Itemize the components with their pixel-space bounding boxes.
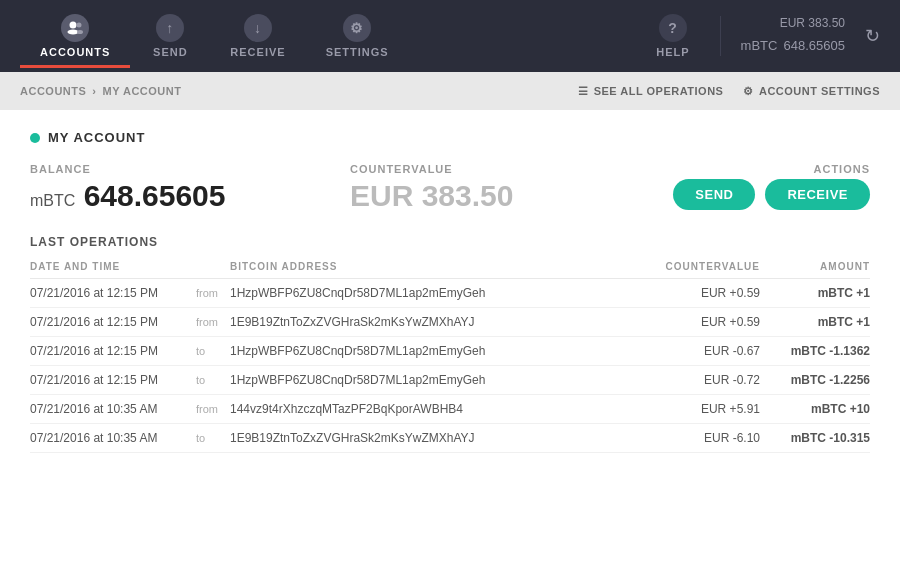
- balance-amount: 648.65605: [84, 179, 226, 212]
- nav-send[interactable]: ↑ SEND: [130, 4, 210, 68]
- send-button[interactable]: SEND: [673, 179, 755, 210]
- cell-amount: mBTC +1: [760, 279, 870, 308]
- account-settings-button[interactable]: ⚙ ACCOUNT SETTINGS: [743, 85, 880, 98]
- nav-accounts[interactable]: ACCOUNTS: [20, 4, 130, 68]
- action-buttons: SEND RECEIVE: [673, 179, 870, 210]
- col-header-direction: [190, 261, 230, 279]
- receive-button[interactable]: RECEIVE: [765, 179, 870, 210]
- nav-settings[interactable]: ⚙ SETTINGS: [306, 4, 409, 68]
- actions-label: ACTIONS: [814, 163, 871, 175]
- table-row: 07/21/2016 at 10:35 AMto1E9B19ZtnToZxZVG…: [30, 424, 870, 453]
- cell-countervalue: EUR -6.10: [640, 424, 760, 453]
- table-row: 07/21/2016 at 12:15 PMto1HzpWBFP6ZU8CnqD…: [30, 337, 870, 366]
- cell-address: 1HzpWBFP6ZU8CnqDr58D7ML1ap2mEmyGeh: [230, 337, 640, 366]
- nav-receive[interactable]: ↓ RECEIVE: [210, 4, 305, 68]
- col-header-datetime: DATE AND TIME: [30, 261, 190, 279]
- settings-icon: ⚙: [343, 14, 371, 42]
- cell-direction: from: [190, 308, 230, 337]
- breadcrumb-separator: ›: [92, 85, 96, 97]
- cell-direction: to: [190, 337, 230, 366]
- cell-countervalue: EUR +0.59: [640, 308, 760, 337]
- countervalue-value: EUR 383.50: [350, 179, 580, 213]
- cell-amount: mBTC -1.2256: [760, 366, 870, 395]
- actions-block: ACTIONS SEND RECEIVE: [673, 163, 870, 210]
- table-row: 07/21/2016 at 10:35 AMfrom144vz9t4rXhzcz…: [30, 395, 870, 424]
- svg-point-2: [77, 23, 82, 28]
- refresh-button[interactable]: ↻: [865, 25, 880, 47]
- breadcrumb-bar: ACCOUNTS › MY ACCOUNT ☰ SEE ALL OPERATIO…: [0, 72, 900, 110]
- table-row: 07/21/2016 at 12:15 PMto1HzpWBFP6ZU8CnqD…: [30, 366, 870, 395]
- col-header-countervalue: COUNTERVALUE: [640, 261, 760, 279]
- cell-countervalue: EUR +0.59: [640, 279, 760, 308]
- nav-help-label: HELP: [656, 46, 689, 58]
- list-icon: ☰: [578, 85, 589, 98]
- breadcrumb-root[interactable]: ACCOUNTS: [20, 85, 86, 97]
- cell-datetime: 07/21/2016 at 12:15 PM: [30, 308, 190, 337]
- nav-receive-label: RECEIVE: [230, 46, 285, 58]
- account-title-row: MY ACCOUNT: [30, 130, 870, 145]
- gear-icon: ⚙: [743, 85, 754, 98]
- top-navigation: ACCOUNTS ↑ SEND ↓ RECEIVE ⚙ SETTINGS ? H…: [0, 0, 900, 72]
- cell-direction: from: [190, 395, 230, 424]
- balance-value: mBTC 648.65605: [30, 179, 330, 213]
- main-content: MY ACCOUNT BALANCE mBTC 648.65605 COUNTE…: [0, 110, 900, 576]
- col-header-amount: AMOUNT: [760, 261, 870, 279]
- cell-countervalue: EUR -0.72: [640, 366, 760, 395]
- cell-amount: mBTC +1: [760, 308, 870, 337]
- nav-settings-label: SETTINGS: [326, 46, 389, 58]
- cell-address: 1HzpWBFP6ZU8CnqDr58D7ML1ap2mEmyGeh: [230, 279, 640, 308]
- countervalue-block: COUNTERVALUE EUR 383.50: [330, 163, 580, 213]
- cell-address: 1E9B19ZtnToZxZVGHraSk2mKsYwZMXhAYJ: [230, 308, 640, 337]
- cell-datetime: 07/21/2016 at 12:15 PM: [30, 366, 190, 395]
- nav-help[interactable]: ? HELP: [636, 4, 709, 68]
- accounts-icon: [61, 14, 89, 42]
- nav-balance: EUR 383.50 mBTC 648.65605: [720, 16, 855, 56]
- operations-table: DATE AND TIME BITCOIN ADDRESS COUNTERVAL…: [30, 261, 870, 453]
- cell-datetime: 07/21/2016 at 12:15 PM: [30, 279, 190, 308]
- balance-label: BALANCE: [30, 163, 330, 175]
- balance-block: BALANCE mBTC 648.65605: [30, 163, 330, 213]
- see-all-operations-button[interactable]: ☰ SEE ALL OPERATIONS: [578, 85, 723, 98]
- operations-section: LAST OPERATIONS DATE AND TIME BITCOIN AD…: [30, 235, 870, 453]
- breadcrumb-current: MY ACCOUNT: [103, 85, 182, 97]
- account-status-dot: [30, 133, 40, 143]
- nav-balance-mbtc: mBTC 648.65605: [741, 30, 845, 56]
- cell-address: 1HzpWBFP6ZU8CnqDr58D7ML1ap2mEmyGeh: [230, 366, 640, 395]
- cell-amount: mBTC +10: [760, 395, 870, 424]
- receive-icon: ↓: [244, 14, 272, 42]
- cell-datetime: 07/21/2016 at 12:15 PM: [30, 337, 190, 366]
- table-row: 07/21/2016 at 12:15 PMfrom1E9B19ZtnToZxZ…: [30, 308, 870, 337]
- cell-countervalue: EUR -0.67: [640, 337, 760, 366]
- table-row: 07/21/2016 at 12:15 PMfrom1HzpWBFP6ZU8Cn…: [30, 279, 870, 308]
- operations-title: LAST OPERATIONS: [30, 235, 870, 249]
- send-icon: ↑: [156, 14, 184, 42]
- cell-datetime: 07/21/2016 at 10:35 AM: [30, 395, 190, 424]
- balance-unit: mBTC: [30, 192, 75, 209]
- breadcrumb-actions: ☰ SEE ALL OPERATIONS ⚙ ACCOUNT SETTINGS: [578, 85, 880, 98]
- help-icon: ?: [659, 14, 687, 42]
- cell-direction: to: [190, 424, 230, 453]
- nav-send-label: SEND: [153, 46, 188, 58]
- balance-row: BALANCE mBTC 648.65605 COUNTERVALUE EUR …: [30, 163, 870, 213]
- nav-items: ACCOUNTS ↑ SEND ↓ RECEIVE ⚙ SETTINGS: [20, 4, 409, 68]
- cell-amount: mBTC -1.1362: [760, 337, 870, 366]
- svg-point-3: [77, 30, 83, 34]
- nav-balance-eur: EUR 383.50: [780, 16, 845, 30]
- cell-amount: mBTC -10.315: [760, 424, 870, 453]
- svg-point-0: [70, 22, 77, 29]
- cell-countervalue: EUR +5.91: [640, 395, 760, 424]
- svg-point-1: [68, 30, 79, 35]
- cell-datetime: 07/21/2016 at 10:35 AM: [30, 424, 190, 453]
- cell-direction: to: [190, 366, 230, 395]
- countervalue-label: COUNTERVALUE: [350, 163, 580, 175]
- nav-accounts-label: ACCOUNTS: [40, 46, 110, 58]
- cell-address: 144vz9t4rXhzczqMTazPF2BqKporAWBHB4: [230, 395, 640, 424]
- account-title: MY ACCOUNT: [48, 130, 145, 145]
- cell-address: 1E9B19ZtnToZxZVGHraSk2mKsYwZMXhAYJ: [230, 424, 640, 453]
- col-header-address: BITCOIN ADDRESS: [230, 261, 640, 279]
- cell-direction: from: [190, 279, 230, 308]
